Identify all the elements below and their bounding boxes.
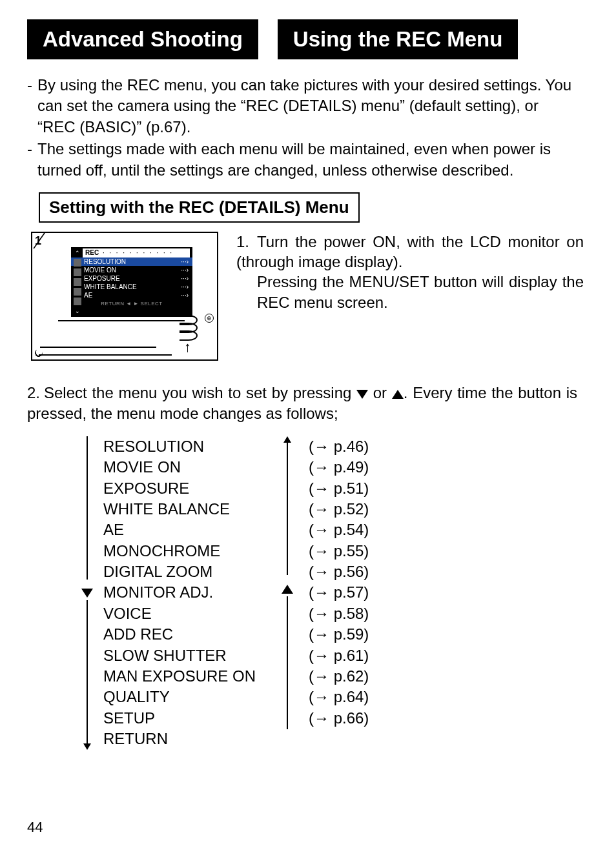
down-arrow-icon [356, 390, 368, 399]
page-ref: (→ p.61) [309, 645, 369, 666]
page-ref: (→ p.56) [309, 561, 369, 582]
page-ref: (→ p.58) [309, 603, 369, 624]
page-ref: (→ p.54) [309, 520, 369, 540]
menu-item: ADD REC [103, 624, 278, 645]
step-2-number: 2. [27, 383, 44, 403]
menu-item: SETUP [103, 708, 278, 729]
exposure-icon [74, 278, 81, 286]
menu-button-arrow-icon: ↑ [184, 339, 191, 356]
resolution-icon [74, 259, 81, 267]
page-ref: (→ p.66) [309, 708, 369, 729]
up-arrow-small-icon [283, 436, 291, 443]
submenu-arrow-icon: ···› [181, 275, 189, 282]
lcd-footer: RETURN ◄ ► SELECT [71, 301, 192, 307]
page-ref: (→ p.49) [309, 457, 369, 478]
ae-icon [74, 298, 81, 305]
step-2: 2.Select the menu you wish to set by pre… [27, 383, 577, 425]
page-header: Advanced Shooting Using the REC Menu [27, 19, 616, 59]
header-tab-right: Using the REC Menu [278, 19, 518, 59]
page-ref [309, 729, 369, 749]
lcd-title: REC [85, 249, 99, 256]
menu-item: MAN EXPOSURE ON [103, 666, 278, 687]
page-ref: (→ p.46) [309, 436, 369, 457]
header-tab-left: Advanced Shooting [27, 19, 258, 59]
lcd-item-ae: AE···› [71, 291, 192, 299]
menu-names-column: RESOLUTION MOVIE ON EXPOSURE WHITE BALAN… [97, 436, 278, 750]
menu-item: QUALITY [103, 687, 278, 707]
step-1-line-1: Turn the power ON, with the LCD monitor … [236, 233, 584, 270]
lcd-item-resolution: RESOLUTION···› [71, 257, 192, 266]
submenu-arrow-icon: ···› [181, 292, 189, 299]
movie-icon [74, 268, 81, 276]
step-1: 1 ⌃ ⌄ REC · · · · · · · · · · · RESOLUTI… [0, 232, 616, 361]
step-1-text: 1.Turn the power ON, with the LCD monito… [236, 232, 616, 312]
lcd-dots: · · · · · · · · · · · [103, 250, 174, 256]
step-1-line-2: Pressing the MENU/SET button will displa… [236, 272, 584, 312]
up-arrow-icon [392, 390, 404, 399]
step-1-number: 1. [236, 232, 257, 252]
down-arrow-icon [81, 589, 93, 598]
step-2-text-a: Select the menu you wish to set by press… [44, 384, 356, 401]
menu-item: RESOLUTION [103, 436, 278, 457]
menu-item: AE [103, 520, 278, 540]
chevron-down-icon: ⌄ [75, 308, 80, 314]
menu-item: MOVIE ON [103, 457, 278, 478]
menu-item: DIGITAL ZOOM [103, 561, 278, 582]
figure-1: 1 ⌃ ⌄ REC · · · · · · · · · · · RESOLUTI… [31, 232, 218, 361]
down-arrow-small-icon [83, 743, 91, 750]
lcd-title-bar: REC · · · · · · · · · · · [83, 248, 190, 257]
intro-bullet-2: - The settings made with each menu will … [27, 139, 577, 181]
page-ref: (→ p.52) [309, 499, 369, 520]
dash-icon: - [27, 75, 37, 137]
up-arrow-icon [282, 585, 293, 594]
lcd-item-exposure: EXPOSURE···› [71, 274, 192, 283]
section-heading: Setting with the REC (DETAILS) Menu [39, 192, 360, 223]
menu-item: MONOCHROME [103, 541, 278, 561]
menu-nav-up-indicator [278, 436, 297, 750]
menu-list: RESOLUTION MOVIE ON EXPOSURE WHITE BALAN… [77, 436, 616, 750]
menu-set-button-icon: ⊕ [205, 314, 214, 323]
intro-bullet-1: - By using the REC menu, you can take pi… [27, 75, 577, 137]
intro-text: - By using the REC menu, you can take pi… [27, 75, 577, 181]
menu-item: MONITOR ADJ. [103, 582, 278, 603]
intro-bullet-1-text: By using the REC menu, you can take pict… [37, 75, 577, 137]
page-ref: (→ p.59) [309, 624, 369, 645]
dash-icon: - [27, 139, 37, 181]
submenu-arrow-icon: ···› [181, 283, 189, 290]
menu-item: RETURN [103, 729, 278, 749]
menu-item: VOICE [103, 603, 278, 624]
menu-refs-column: (→ p.46) (→ p.49) (→ p.51) (→ p.52) (→ p… [297, 436, 369, 750]
chevron-up-icon: ⌃ [75, 250, 80, 256]
white-balance-icon [74, 288, 81, 296]
lcd-item-movie: MOVIE ON···› [71, 266, 192, 274]
intro-bullet-2-text: The settings made with each menu will be… [37, 139, 577, 181]
lcd-screen: ⌃ ⌄ REC · · · · · · · · · · · RESOLUTION… [71, 247, 192, 317]
submenu-arrow-icon: ···› [181, 267, 189, 274]
lcd-item-white-balance: WHITE BALANCE···› [71, 283, 192, 291]
section-heading-wrap: Setting with the REC (DETAILS) Menu [39, 192, 616, 223]
step-2-text-b: or [368, 384, 392, 401]
camera-outline: ⊕ ↑ [58, 320, 210, 356]
page-ref: (→ p.57) [309, 582, 369, 603]
submenu-arrow-icon: ···› [181, 258, 189, 265]
menu-item: WHITE BALANCE [103, 499, 278, 520]
page-ref: (→ p.51) [309, 478, 369, 499]
menu-nav-down-indicator [77, 436, 97, 750]
page-ref: (→ p.62) [309, 666, 369, 687]
menu-item: SLOW SHUTTER [103, 645, 278, 666]
page-number: 44 [27, 819, 43, 836]
menu-item: EXPOSURE [103, 478, 278, 499]
lcd-icon-column [74, 259, 81, 307]
page-ref: (→ p.64) [309, 687, 369, 707]
page-ref: (→ p.55) [309, 541, 369, 561]
